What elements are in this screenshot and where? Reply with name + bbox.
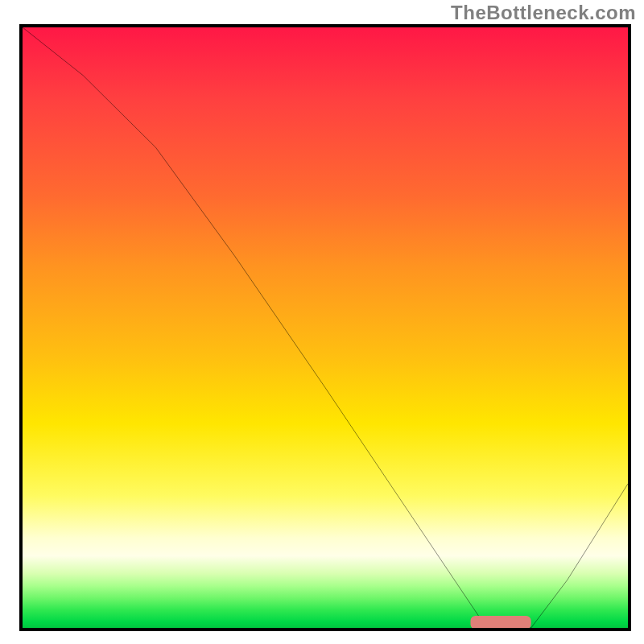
plot-area [19, 24, 631, 631]
optimal-marker [23, 27, 628, 628]
watermark-text: TheBottleneck.com [451, 2, 636, 24]
optimal-band-rect [470, 616, 530, 629]
chart-container: TheBottleneck.com [0, 0, 644, 644]
